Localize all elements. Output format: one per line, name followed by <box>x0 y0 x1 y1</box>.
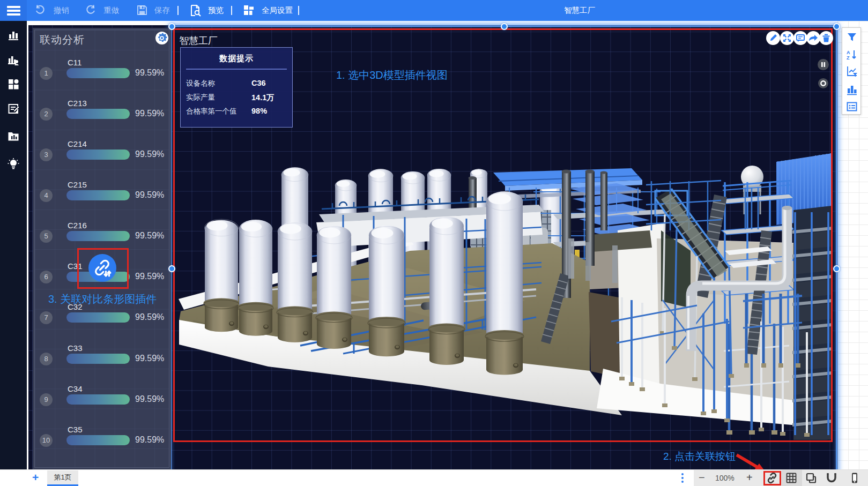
svg-text:Z: Z <box>847 55 850 61</box>
svg-text:A: A <box>847 50 850 55</box>
